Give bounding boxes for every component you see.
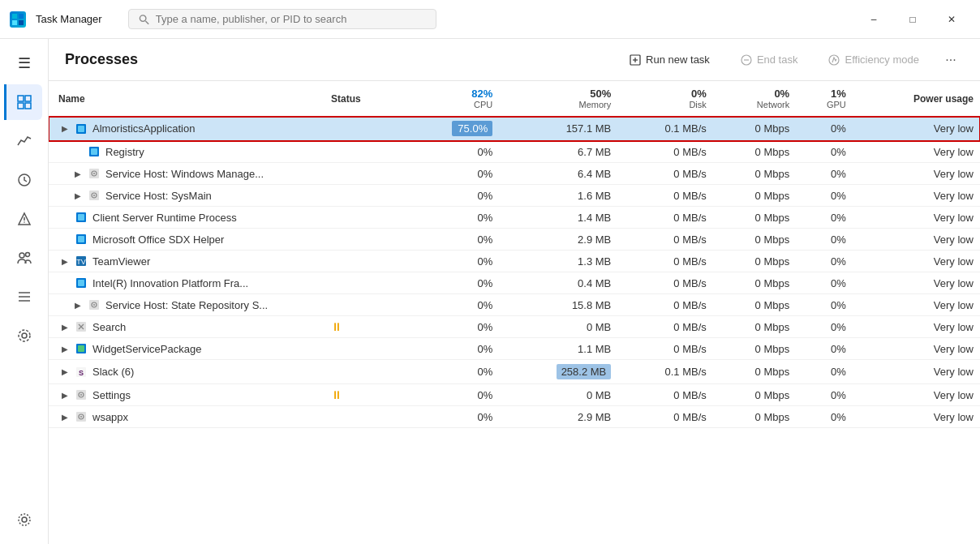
startup-icon bbox=[17, 212, 32, 226]
col-power[interactable]: Power usage bbox=[853, 81, 980, 117]
more-options-button[interactable]: ··· bbox=[938, 47, 964, 73]
process-status: ⏸ bbox=[325, 384, 406, 406]
expand-button[interactable]: ▶ bbox=[58, 255, 71, 268]
minimize-button[interactable]: – bbox=[855, 6, 892, 32]
process-name: Service Host: Windows Manage... bbox=[105, 168, 264, 180]
table-row[interactable]: ▶ Service Host: Windows Manage... 0%6.4 … bbox=[49, 163, 980, 185]
titlebar-search-input[interactable] bbox=[156, 13, 426, 25]
main-layout: ☰ bbox=[0, 39, 980, 544]
col-network[interactable]: 0% Network bbox=[713, 81, 796, 117]
svg-rect-30 bbox=[78, 126, 84, 132]
process-name: Service Host: SysMain bbox=[105, 190, 212, 202]
process-memory: 0 MB bbox=[499, 316, 617, 338]
col-memory[interactable]: 50% Memory bbox=[499, 81, 617, 117]
svg-point-35 bbox=[93, 173, 95, 174]
efficiency-mode-button[interactable]: Efficiency mode bbox=[816, 48, 931, 71]
process-name: WidgetServicePackage bbox=[92, 343, 201, 355]
process-power: Very low bbox=[853, 338, 980, 360]
table-row[interactable]: ▶ WidgetServicePackage 0%1.1 MB0 MB/s0 M… bbox=[49, 338, 980, 360]
process-power: Very low bbox=[853, 360, 980, 384]
process-name-cell: Intel(R) Innovation Platform Fra... bbox=[49, 272, 325, 294]
process-icon bbox=[75, 122, 88, 135]
expand-button[interactable]: ▶ bbox=[71, 167, 84, 180]
efficiency-icon bbox=[828, 54, 840, 66]
col-disk[interactable]: 0% Disk bbox=[617, 81, 713, 117]
process-name: Slack (6) bbox=[92, 366, 134, 378]
sidebar-item-details[interactable] bbox=[6, 279, 42, 315]
table-row[interactable]: ▶ wsappx 0%2.9 MB0 MB/s0 Mbps0%Very low bbox=[49, 406, 980, 428]
process-network: 0 Mbps bbox=[713, 406, 796, 428]
process-cpu: 0% bbox=[406, 360, 499, 384]
expand-button[interactable]: ▶ bbox=[58, 122, 71, 135]
col-status[interactable]: Status bbox=[325, 81, 406, 117]
svg-point-20 bbox=[19, 330, 30, 341]
titlebar-search[interactable] bbox=[128, 9, 436, 29]
process-name-cell: ▶ S Slack (6) bbox=[49, 360, 325, 384]
maximize-button[interactable]: □ bbox=[894, 6, 931, 32]
sidebar-item-users[interactable] bbox=[6, 240, 42, 276]
table-row[interactable]: ▶ Settings ⏸0%0 MB0 MB/s0 Mbps0%Very low bbox=[49, 384, 980, 406]
run-new-task-button[interactable]: Run new task bbox=[617, 48, 722, 71]
table-row[interactable]: Microsoft Office SDX Helper 0%2.9 MB0 MB… bbox=[49, 229, 980, 251]
process-memory: 15.8 MB bbox=[499, 294, 617, 316]
table-row[interactable]: ▶ AlmoristicsApplication 75.0%157.1 MB0.… bbox=[49, 117, 980, 141]
process-name-cell: ▶ WidgetServicePackage bbox=[49, 338, 325, 360]
cpu-value: 0% bbox=[477, 255, 492, 268]
expand-button[interactable]: ▶ bbox=[58, 410, 71, 423]
expand-button[interactable]: ▶ bbox=[71, 189, 84, 202]
process-table-container[interactable]: Name Status 82% CPU bbox=[49, 81, 980, 544]
svg-rect-8 bbox=[18, 103, 24, 109]
memory-value: 0 MB bbox=[587, 389, 611, 401]
process-name: Registry bbox=[105, 146, 144, 158]
col-gpu[interactable]: 1% GPU bbox=[796, 81, 853, 117]
table-row[interactable]: Client Server Runtime Process 0%1.4 MB0 … bbox=[49, 207, 980, 229]
table-row[interactable]: ▶ Search ⏸0%0 MB0 MB/s0 Mbps0%Very low bbox=[49, 316, 980, 338]
cpu-value: 0% bbox=[477, 277, 492, 289]
process-memory: 6.4 MB bbox=[499, 163, 617, 185]
memory-value: 15.8 MB bbox=[572, 299, 611, 311]
sidebar-item-history[interactable] bbox=[6, 162, 42, 198]
sidebar-item-performance[interactable] bbox=[6, 123, 42, 159]
sidebar-item-settings[interactable] bbox=[6, 502, 42, 538]
process-gpu: 0% bbox=[796, 163, 853, 185]
process-gpu: 0% bbox=[796, 272, 853, 294]
process-icon bbox=[75, 211, 88, 224]
process-cpu: 0% bbox=[406, 338, 499, 360]
process-power: Very low bbox=[853, 272, 980, 294]
sidebar-item-menu[interactable]: ☰ bbox=[6, 45, 42, 81]
process-memory: 1.3 MB bbox=[499, 251, 617, 272]
expand-button[interactable]: ▶ bbox=[58, 366, 71, 379]
memory-value: 258.2 MB bbox=[557, 364, 612, 379]
process-name: wsappx bbox=[92, 411, 128, 423]
table-row[interactable]: ▶ Service Host: State Repository S... 0%… bbox=[49, 294, 980, 316]
svg-rect-2 bbox=[12, 20, 17, 25]
end-task-button[interactable]: End task bbox=[729, 48, 810, 71]
svg-line-5 bbox=[145, 20, 148, 24]
process-status bbox=[325, 338, 406, 360]
col-cpu[interactable]: 82% CPU bbox=[406, 81, 499, 117]
table-row[interactable]: Registry 0%6.7 MB0 MB/s0 Mbps0%Very low bbox=[49, 141, 980, 163]
table-row[interactable]: Intel(R) Innovation Platform Fra... 0%0.… bbox=[49, 272, 980, 294]
expand-button[interactable]: ▶ bbox=[58, 320, 71, 333]
process-gpu: 0% bbox=[796, 406, 853, 428]
process-name-cell: Client Server Runtime Process bbox=[49, 207, 325, 229]
process-memory: 1.6 MB bbox=[499, 185, 617, 207]
expand-button[interactable]: ▶ bbox=[71, 298, 84, 311]
process-gpu: 0% bbox=[796, 338, 853, 360]
process-power: Very low bbox=[853, 294, 980, 316]
close-button[interactable]: ✕ bbox=[933, 6, 970, 32]
process-status bbox=[325, 163, 406, 185]
sidebar-item-startup[interactable] bbox=[6, 201, 42, 237]
table-row[interactable]: ▶ TV TeamViewer 0%1.3 MB0 MB/s0 Mbps0%Ve… bbox=[49, 251, 980, 272]
sidebar-item-overview[interactable] bbox=[4, 84, 42, 120]
sidebar-item-services[interactable] bbox=[6, 318, 42, 353]
table-row[interactable]: ▶ Service Host: SysMain 0%1.6 MB0 MB/s0 … bbox=[49, 185, 980, 207]
memory-value: 2.9 MB bbox=[578, 411, 611, 423]
process-name-cell: ▶ Service Host: State Repository S... bbox=[49, 294, 325, 316]
expand-button[interactable]: ▶ bbox=[58, 388, 71, 401]
col-name[interactable]: Name bbox=[49, 81, 325, 117]
expand-button[interactable]: ▶ bbox=[58, 342, 71, 355]
process-power: Very low bbox=[853, 207, 980, 229]
table-row[interactable]: ▶ S Slack (6) 0%258.2 MB0.1 MB/s0 Mbps0%… bbox=[49, 360, 980, 384]
process-status bbox=[325, 294, 406, 316]
